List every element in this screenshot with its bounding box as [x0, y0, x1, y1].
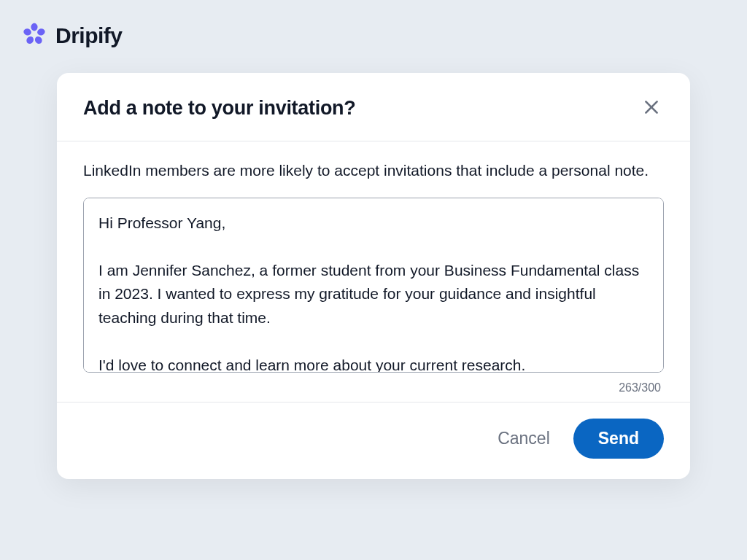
- send-button[interactable]: Send: [573, 419, 664, 459]
- modal-body: LinkedIn members are more likely to acce…: [57, 141, 690, 402]
- brand-logo: Dripify: [20, 20, 123, 51]
- close-button[interactable]: [639, 95, 664, 122]
- character-counter: 263/300: [83, 381, 664, 394]
- brand-name: Dripify: [55, 23, 123, 48]
- modal-footer: Cancel Send: [57, 402, 690, 479]
- helper-text: LinkedIn members are more likely to acce…: [83, 159, 664, 183]
- invitation-note-modal: Add a note to your invitation? LinkedIn …: [57, 73, 690, 479]
- modal-header: Add a note to your invitation?: [57, 73, 690, 141]
- cancel-button[interactable]: Cancel: [493, 421, 554, 456]
- note-textarea[interactable]: [83, 198, 664, 373]
- modal-title: Add a note to your invitation?: [83, 97, 355, 120]
- close-icon: [642, 98, 661, 119]
- dripify-logo-icon: [20, 20, 48, 51]
